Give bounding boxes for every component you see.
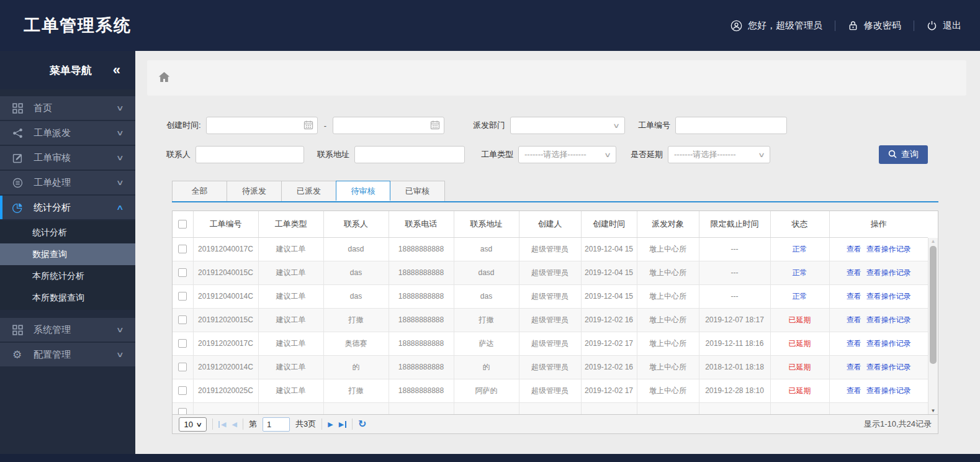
table-cell: 18888888888 xyxy=(389,355,454,379)
row-checkbox[interactable] xyxy=(178,363,187,371)
tab[interactable]: 已审核 xyxy=(390,181,445,201)
table-cell: asd xyxy=(454,237,519,261)
view-log-link[interactable]: 查看操作记录 xyxy=(866,315,911,324)
view-log-link[interactable]: 查看操作记录 xyxy=(866,363,911,371)
table-cell: 建议工单 xyxy=(258,355,323,379)
page-input[interactable] xyxy=(263,417,290,432)
table-cell: 打撒 xyxy=(323,308,389,332)
page-size-select[interactable]: 10 ∨ xyxy=(179,417,207,432)
home-icon[interactable] xyxy=(158,71,170,85)
edit-icon xyxy=(12,153,25,163)
user-greeting[interactable]: 您好，超级管理员 xyxy=(731,20,822,32)
pager-divider xyxy=(352,419,353,430)
delay-value: -------请选择------- xyxy=(674,149,736,160)
actions-cell: 查看查看操作记录 xyxy=(829,284,928,308)
view-link[interactable]: 查看 xyxy=(847,245,861,253)
collapse-sidebar-icon[interactable]: « xyxy=(113,63,119,77)
order-type-select[interactable]: -------请选择------- ∨ xyxy=(518,146,616,163)
sidebar-item[interactable]: 统计分析∧ xyxy=(0,196,135,219)
search-button[interactable]: 查询 xyxy=(879,145,928,164)
grid-icon xyxy=(12,325,25,335)
column-header: 创建时间 xyxy=(581,211,637,237)
scroll-down-icon[interactable]: ▼ xyxy=(928,408,938,414)
sidebar-item[interactable]: 工单审核∨ xyxy=(0,146,135,170)
logout-link[interactable]: 退出 xyxy=(927,20,961,32)
view-log-link[interactable]: 查看操作记录 xyxy=(866,292,911,301)
sidebar-item[interactable]: 首页∨ xyxy=(0,96,135,120)
row-checkbox[interactable] xyxy=(178,315,187,324)
sidebar-item[interactable]: ⚙配置管理∨ xyxy=(0,343,135,366)
table-cell: 超级管理员 xyxy=(519,308,581,332)
table-cell: dasd xyxy=(323,237,389,261)
column-header: 工单类型 xyxy=(258,211,323,237)
created-to-field xyxy=(333,117,444,134)
sidebar-subitem[interactable]: 本所数据查询 xyxy=(0,287,135,309)
created-to-input[interactable] xyxy=(333,117,444,134)
chevron-down-icon: ∨ xyxy=(604,151,611,159)
table-cell: 墩上中心所 xyxy=(637,237,699,261)
table-cell: 建议工单 xyxy=(258,308,323,332)
sidebar-subitem[interactable]: 本所统计分析 xyxy=(0,265,135,287)
tab[interactable]: 全部 xyxy=(172,181,227,201)
scroll-up-icon[interactable]: ▲ xyxy=(928,238,938,244)
calendar-icon[interactable] xyxy=(430,120,440,132)
last-page-button[interactable]: ▶ xyxy=(339,421,346,428)
view-log-link[interactable]: 查看操作记录 xyxy=(866,245,911,253)
row-checkbox[interactable] xyxy=(178,408,187,415)
main-content: 创建时间: - 派发部门 ∨ 工单编号 xyxy=(135,51,980,454)
sidebar-item[interactable]: 系统管理∨ xyxy=(0,318,135,342)
view-log-link[interactable]: 查看操作记录 xyxy=(866,268,911,277)
sidebar-subitem[interactable]: 统计分析 xyxy=(0,222,135,243)
row-checkbox[interactable] xyxy=(178,386,187,395)
select-all-checkbox[interactable] xyxy=(178,220,187,229)
sidebar-item[interactable]: 工单处理∨ xyxy=(0,171,135,194)
actions-cell: 查看查看操作记录 xyxy=(829,379,928,402)
view-link[interactable]: 查看 xyxy=(847,292,861,301)
view-link[interactable]: 查看 xyxy=(847,386,861,395)
sidebar-item[interactable]: 工单派发∨ xyxy=(0,121,135,145)
view-log-link[interactable]: 查看操作记录 xyxy=(866,386,911,395)
tab[interactable]: 待审核 xyxy=(336,181,390,201)
tab[interactable]: 已派发 xyxy=(281,181,336,201)
delay-select[interactable]: -------请选择------- ∨ xyxy=(668,146,770,163)
grid-area: 工单编号工单类型联系人联系电话联系地址创建人创建时间派发对象限定截止时间状态操作… xyxy=(173,211,938,414)
app-title: 工单管理系统 xyxy=(24,14,132,37)
table-row: 201912020015C建议工单打撒18888888888打撒超级管理员201… xyxy=(173,308,928,332)
status-badge: 正常 xyxy=(793,268,807,277)
table-cell: 2018-12-01 18:18 xyxy=(699,355,770,379)
table-cell: 的 xyxy=(454,355,519,379)
scrollbar-thumb[interactable] xyxy=(930,246,937,364)
refresh-icon[interactable]: ↻ xyxy=(358,419,366,429)
chevron-down-icon: ∨ xyxy=(116,129,124,137)
view-log-link[interactable]: 查看操作记录 xyxy=(866,339,911,348)
order-no-input[interactable] xyxy=(675,117,787,134)
row-checkbox[interactable] xyxy=(178,292,187,301)
work-area: 全部待派发已派发待审核已审核 工单编号工单类型联系人联系电话联系地址创建人创建时… xyxy=(172,181,938,434)
column-header: 工单编号 xyxy=(193,211,258,237)
prev-page-button[interactable]: ◀ xyxy=(232,421,236,428)
change-password-link[interactable]: 修改密码 xyxy=(848,20,901,32)
view-link[interactable]: 查看 xyxy=(847,363,861,371)
view-link[interactable]: 查看 xyxy=(847,315,861,324)
view-link[interactable]: 查看 xyxy=(847,339,861,348)
sidebar-subitem[interactable]: 数据查询 xyxy=(0,243,135,265)
table-cell: 18888888888 xyxy=(389,332,454,355)
view-link[interactable]: 查看 xyxy=(847,268,861,277)
dispatch-dept-select[interactable]: ∨ xyxy=(510,117,625,134)
tab[interactable]: 待派发 xyxy=(227,181,281,201)
row-checkbox[interactable] xyxy=(178,268,187,277)
first-page-button[interactable]: ◀ xyxy=(218,421,226,428)
table-scrollbar[interactable]: ▲ ▼ xyxy=(928,238,938,414)
row-checkbox[interactable] xyxy=(178,339,187,348)
table-cell: 建议工单 xyxy=(258,379,323,402)
next-page-button[interactable]: ▶ xyxy=(328,421,333,428)
actions-cell: 查看查看操作记录 xyxy=(829,355,928,379)
calendar-icon[interactable] xyxy=(303,120,313,132)
address-input[interactable] xyxy=(354,146,465,163)
created-from-input[interactable] xyxy=(206,117,318,134)
table-cell: --- xyxy=(699,237,770,261)
table-cell: 201912020015C xyxy=(193,308,258,332)
contact-input[interactable] xyxy=(196,146,304,163)
change-password-label: 修改密码 xyxy=(864,20,901,32)
row-checkbox[interactable] xyxy=(178,245,187,253)
